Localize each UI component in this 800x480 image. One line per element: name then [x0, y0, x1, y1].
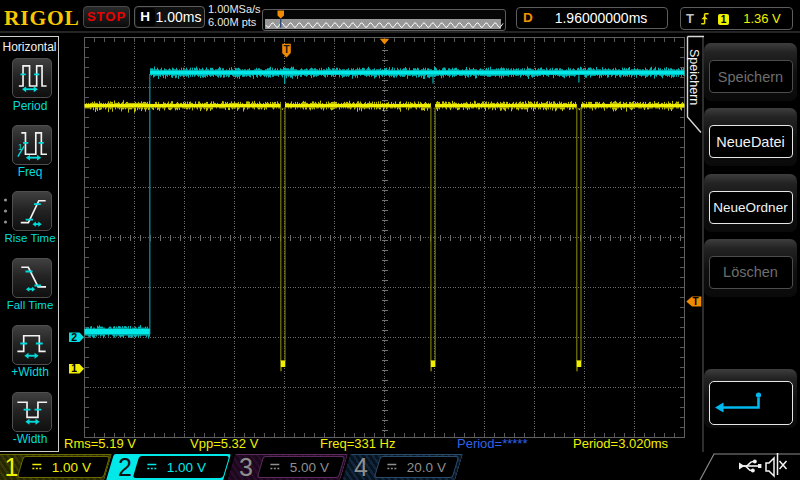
svg-text:1: 1	[18, 143, 23, 152]
svg-text:T: T	[284, 44, 290, 55]
svg-text:2: 2	[71, 331, 77, 343]
svg-text:T: T	[693, 296, 699, 307]
svg-text:1: 1	[71, 362, 77, 374]
